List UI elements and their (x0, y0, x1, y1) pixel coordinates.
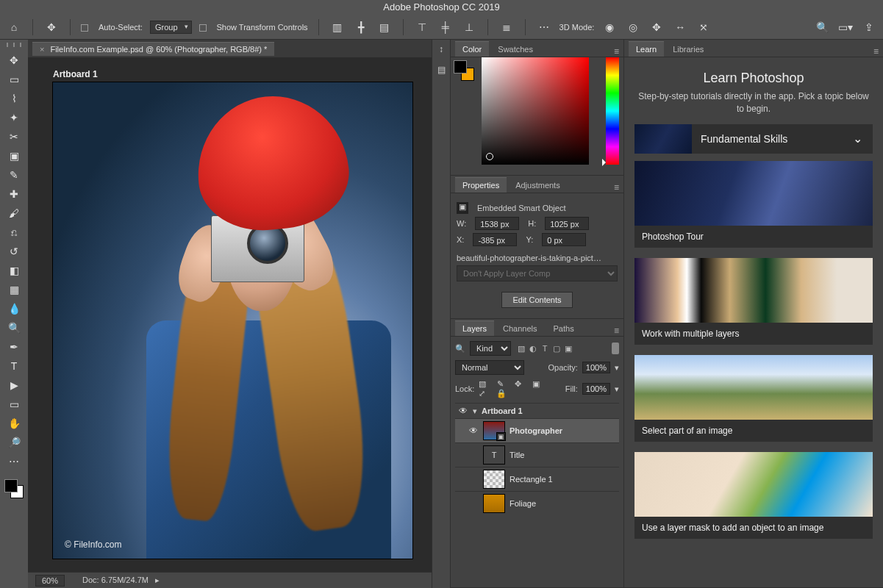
zoom-field[interactable]: 60% (35, 575, 65, 587)
learn-card-tour[interactable]: Photoshop Tour (634, 161, 873, 248)
tab-channels[interactable]: Channels (496, 321, 544, 336)
panel-grip-icon[interactable] (7, 43, 21, 47)
align-right-icon[interactable]: ▤ (376, 19, 393, 35)
visibility-toggle-icon[interactable]: 👁 (468, 426, 479, 436)
learn-card-select[interactable]: Select part of an image (634, 355, 873, 442)
tab-learn[interactable]: Learn (629, 41, 664, 57)
align-center-v-icon[interactable]: ╪ (437, 19, 454, 35)
layer-comp-select[interactable]: Don't Apply Layer Comp (457, 265, 618, 282)
history-panel-icon[interactable]: ↕ (435, 44, 448, 57)
pen-tool-icon[interactable]: ✒ (4, 338, 24, 356)
marquee-tool-icon[interactable]: ▭ (4, 71, 24, 88)
layer-photographer[interactable]: 👁 ▣ Photographer (455, 418, 619, 442)
move-tool-indicator-icon[interactable]: ✥ (43, 19, 60, 35)
tab-paths[interactable]: Paths (546, 321, 582, 336)
layer-rectangle[interactable]: Rectangle 1 (455, 467, 619, 491)
disclosure-icon[interactable]: ▾ (473, 406, 477, 416)
fill-label: Fill: (565, 384, 578, 393)
layer-title[interactable]: T Title (455, 442, 619, 467)
align-bottom-icon[interactable]: ⊥ (461, 19, 477, 35)
layer-filter-icons[interactable]: ▧◐T▢▣ (515, 344, 574, 354)
doc-info[interactable]: Doc: 6.75M/24.7M ▸ (82, 576, 160, 585)
learn-card-layers[interactable]: Work with multiple layers (634, 258, 873, 345)
hand-tool-icon[interactable]: ✋ (4, 415, 24, 432)
history-brush-tool-icon[interactable]: ↺ (4, 243, 24, 260)
lasso-tool-icon[interactable]: ⌇ (4, 90, 24, 107)
quick-select-tool-icon[interactable]: ✦ (4, 109, 24, 126)
layer-filter-kind[interactable]: Kind (470, 341, 511, 356)
clone-stamp-tool-icon[interactable]: ⎌ (4, 223, 24, 241)
opacity-field[interactable]: 100% (582, 362, 610, 373)
align-top-icon[interactable]: ⊤ (414, 19, 430, 35)
share-icon[interactable]: ⇪ (861, 19, 877, 35)
panel-menu-icon[interactable]: ≡ (873, 46, 879, 57)
learn-panel: Learn Libraries ≡ Learn Photoshop Step-b… (624, 40, 883, 588)
panel-menu-icon[interactable]: ≡ (614, 46, 619, 57)
lock-icons[interactable]: ▧ ✎ ✥ ▣ ⤢ 🔒 (479, 379, 560, 398)
layer-thumb (483, 470, 505, 489)
learn-card-mask[interactable]: Use a layer mask to add an object to an … (634, 452, 873, 539)
learn-accordion-fundamental[interactable]: Fundamental Skills ⌄ (634, 124, 873, 154)
auto-select-checkbox[interactable] (81, 24, 88, 32)
healing-brush-tool-icon[interactable]: ✚ (4, 185, 24, 203)
frame-tool-icon[interactable]: ▣ (4, 147, 24, 165)
gradient-tool-icon[interactable]: ▦ (4, 281, 24, 298)
distribute-icon[interactable]: ≣ (498, 19, 515, 35)
eyedropper-tool-icon[interactable]: ✎ (4, 166, 24, 184)
card-image (634, 452, 873, 517)
collapsed-panel-dock[interactable]: ↕ ▤ (432, 40, 451, 588)
artboard-label[interactable]: Artboard 1 (53, 69, 98, 79)
properties-panel: Properties Adjustments ≡ ▣ Embedded Smar… (451, 176, 623, 319)
home-icon[interactable]: ⌂ (6, 19, 22, 35)
fill-field[interactable]: 100% (582, 383, 610, 395)
x-field[interactable]: -385 px (473, 233, 517, 246)
smart-object-icon: ▣ (457, 202, 468, 214)
hue-slider[interactable] (606, 57, 619, 165)
tab-swatches[interactable]: Swatches (490, 42, 540, 57)
search-icon[interactable]: 🔍 (814, 19, 830, 35)
tab-properties[interactable]: Properties (455, 177, 507, 193)
height-field[interactable]: 1025 px (545, 217, 589, 230)
blur-tool-icon[interactable]: 💧 (4, 300, 24, 318)
width-field[interactable]: 1538 px (475, 217, 519, 230)
move-tool-icon[interactable]: ✥ (4, 51, 24, 69)
eraser-tool-icon[interactable]: ◧ (4, 262, 24, 279)
panel-menu-icon[interactable]: ≡ (614, 326, 619, 336)
filter-toggle[interactable] (612, 343, 619, 354)
panel-menu-icon[interactable]: ≡ (614, 182, 619, 193)
auto-select-mode-dropdown[interactable]: Group (150, 21, 192, 34)
type-tool-icon[interactable]: T (4, 357, 24, 375)
path-select-tool-icon[interactable]: ▶ (4, 376, 24, 394)
y-field[interactable]: 0 px (542, 233, 586, 246)
visibility-toggle-icon[interactable]: 👁 (458, 406, 468, 416)
edit-contents-button[interactable]: Edit Contents (501, 292, 572, 308)
artboard[interactable]: © FileInfo.com (53, 82, 412, 559)
more-options-icon[interactable]: ⋯ (536, 19, 552, 35)
blend-mode-select[interactable]: Normal (455, 360, 524, 375)
tab-adjustments[interactable]: Adjustments (508, 178, 568, 193)
brush-tool-icon[interactable]: 🖌 (4, 204, 24, 222)
show-transform-checkbox[interactable] (199, 24, 207, 32)
linked-file-name: beautiful-photographer-is-taking-a-pict… (457, 254, 601, 262)
foreground-background-swatch[interactable] (4, 479, 24, 498)
align-left-icon[interactable]: ▥ (329, 19, 346, 35)
dodge-tool-icon[interactable]: 🔍 (4, 319, 24, 337)
layer-artboard[interactable]: 👁 ▾ Artboard 1 (455, 403, 619, 418)
workspace-switcher-icon[interactable]: ▭▾ (837, 19, 854, 35)
char-panel-icon[interactable]: ▤ (435, 65, 448, 78)
color-field[interactable] (482, 57, 589, 165)
tab-color[interactable]: Color (455, 41, 489, 57)
canvas[interactable]: Artboard 1 © FileInfo.com (28, 57, 432, 572)
color-swatch-pair[interactable] (454, 60, 474, 81)
align-center-h-icon[interactable]: ╋ (353, 19, 369, 35)
zoom-tool-icon[interactable]: 🔎 (4, 434, 24, 451)
crop-tool-icon[interactable]: ✂ (4, 128, 24, 146)
tab-libraries[interactable]: Libraries (665, 42, 711, 57)
close-tab-icon[interactable]: × (40, 45, 44, 54)
tab-layers[interactable]: Layers (455, 320, 494, 336)
layer-list: 👁 ▾ Artboard 1 👁 ▣ Photographer (455, 403, 619, 515)
edit-toolbar-icon[interactable]: ⋯ (4, 453, 24, 470)
shape-tool-icon[interactable]: ▭ (4, 395, 24, 413)
layer-foliage[interactable]: Foliage (455, 491, 619, 515)
document-tab[interactable]: × FileInfo.com Example.psd @ 60% (Photog… (32, 42, 274, 56)
